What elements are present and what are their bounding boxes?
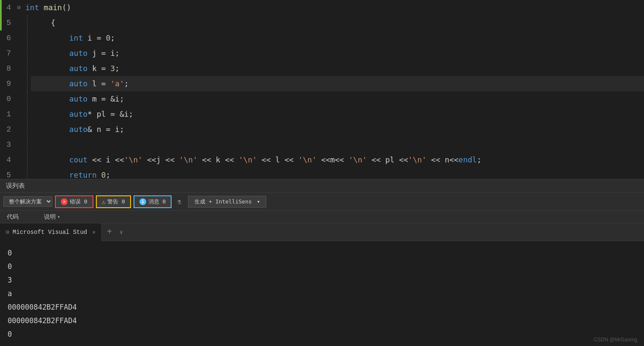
warning-button[interactable]: ⚠ 警告 0 <box>96 195 131 208</box>
fold-gutter[interactable]: ⊟ <box>14 0 24 15</box>
output-line: 0 <box>8 246 636 260</box>
output-line: 0 <box>8 327 636 341</box>
build-label: 生成 + IntelliSens <box>194 198 252 205</box>
line-number: 5 <box>2 168 14 179</box>
code-content[interactable]: auto j = i; <box>31 46 644 61</box>
fold-gutter <box>14 91 24 107</box>
code-content[interactable]: auto* pl = &i; <box>31 107 644 122</box>
output-line: 000000842B2FFAD4 <box>8 314 636 327</box>
code-row: 2 auto& n = i; <box>0 122 644 137</box>
output-line: a <box>8 287 636 300</box>
fold-gutter <box>14 76 24 91</box>
info-icon: i <box>139 198 146 205</box>
line-number: 2 <box>2 122 14 137</box>
message-label: 消息 0 <box>148 198 166 206</box>
terminal-tab-title: Microsoft Visual Stud <box>13 229 87 236</box>
indent-guide <box>27 46 27 61</box>
line-number: 0 <box>2 91 14 107</box>
tab-dropdown-icon[interactable]: ∨ <box>117 229 126 236</box>
fold-gutter <box>14 61 24 76</box>
line-number: 4 <box>2 0 14 15</box>
indent-guide <box>27 137 27 152</box>
output-line: 0 <box>8 260 636 273</box>
warning-label: 警告 0 <box>107 198 125 206</box>
terminal-tab-main[interactable]: ⊡ Microsoft Visual Stud ✕ <box>0 223 102 241</box>
indent-guide <box>27 107 27 122</box>
code-content[interactable] <box>31 137 644 152</box>
code-content[interactable]: int main() <box>24 0 644 15</box>
tab-add-icon[interactable]: + <box>102 227 117 237</box>
output-line: 3 <box>8 273 636 287</box>
indent-guide <box>27 61 27 76</box>
fold-gutter <box>14 15 24 30</box>
line-number: 8 <box>2 61 14 76</box>
terminal-tabs-bar: ⊡ Microsoft Visual Stud ✕ + ∨ <box>0 223 644 241</box>
indent-guide <box>27 76 27 91</box>
fold-gutter <box>14 168 24 179</box>
col-desc: 说明 ▾ <box>44 213 60 221</box>
code-row: 4⊟int main() <box>0 0 644 15</box>
code-row: 7 auto j = i; <box>0 46 644 61</box>
code-row: 5 return 0; <box>0 168 644 179</box>
indent-guide <box>27 152 27 168</box>
line-number: 3 <box>2 137 14 152</box>
code-row: 5 { <box>0 15 644 30</box>
code-row: 1 auto* pl = &i; <box>0 107 644 122</box>
fold-gutter <box>14 122 24 137</box>
error-list-title: 误列表 <box>6 182 25 190</box>
code-row: 8 auto k = 3; <box>0 61 644 76</box>
line-number: 5 <box>2 15 14 30</box>
error-label: 错误 0 <box>70 198 87 206</box>
terminal-tab-close[interactable]: ✕ <box>92 229 96 236</box>
line-number: 1 <box>2 107 14 122</box>
code-row: 6 int i = 0; <box>0 30 644 46</box>
terminal-tab-icon: ⊡ <box>6 229 9 236</box>
code-content[interactable]: int i = 0; <box>31 30 644 46</box>
code-content[interactable]: cout << i <<'\n' <<j << '\n' << k << '\n… <box>31 152 644 168</box>
error-list-columns: 代码 说明 ▾ <box>0 211 644 223</box>
error-button[interactable]: ✕ 错误 0 <box>55 195 93 208</box>
code-content[interactable]: return 0; <box>31 168 644 179</box>
indent-guide <box>27 168 27 179</box>
output-line: 000000842B2FFAD4 <box>8 300 636 314</box>
error-list-header: 误列表 <box>0 179 644 193</box>
fold-gutter <box>14 152 24 168</box>
code-content[interactable]: auto m = &i; <box>31 91 644 107</box>
fold-gutter <box>14 137 24 152</box>
col-desc-dropdown-icon[interactable]: ▾ <box>57 214 60 220</box>
solution-select[interactable]: 整个解决方案 <box>3 196 52 207</box>
code-row: 3 <box>0 137 644 152</box>
build-button[interactable]: 生成 + IntelliSens ▾ <box>188 196 266 208</box>
error-list-panel: 误列表 整个解决方案 ✕ 错误 0 ⚠ 警告 0 i 消息 0 ⚗ 生成 + I… <box>0 179 644 223</box>
fold-gutter <box>14 46 24 61</box>
code-editor[interactable]: 4⊟int main()5 {6 int i = 0;7 auto j = i;… <box>0 0 644 179</box>
line-number: 9 <box>2 76 14 91</box>
code-row: 9 auto l = 'a'; <box>0 76 644 91</box>
warning-icon: ⚠ <box>102 198 105 205</box>
fold-gutter <box>14 107 24 122</box>
terminal-output: 003a000000842B2FFAD4000000842B2FFAD40 <box>0 241 644 346</box>
code-content[interactable]: auto k = 3; <box>31 61 644 76</box>
fold-gutter <box>14 30 24 46</box>
terminal-panel: ⊡ Microsoft Visual Stud ✕ + ∨ 003a000000… <box>0 223 644 346</box>
code-row: 0 auto m = &i; <box>0 91 644 107</box>
indent-guide <box>27 30 27 46</box>
code-content[interactable]: auto l = 'a'; <box>31 76 644 91</box>
code-content[interactable]: { <box>31 15 644 30</box>
watermark: CSDN @MrGaomg <box>594 337 637 343</box>
line-number: 7 <box>2 46 14 61</box>
filter-icon[interactable]: ⚗ <box>174 197 184 206</box>
code-content[interactable]: auto& n = i; <box>31 122 644 137</box>
build-dropdown-icon: ▾ <box>257 198 260 205</box>
indent-guide <box>27 122 27 137</box>
indent-guide <box>27 15 27 30</box>
error-list-toolbar: 整个解决方案 ✕ 错误 0 ⚠ 警告 0 i 消息 0 ⚗ 生成 + Intel… <box>0 193 644 211</box>
indent-guide <box>27 91 27 107</box>
code-row: 4 cout << i <<'\n' <<j << '\n' << k << '… <box>0 152 644 168</box>
error-icon: ✕ <box>61 198 68 205</box>
message-button[interactable]: i 消息 0 <box>134 195 172 208</box>
col-code: 代码 <box>7 213 19 221</box>
line-number: 6 <box>2 30 14 46</box>
line-number: 4 <box>2 152 14 168</box>
